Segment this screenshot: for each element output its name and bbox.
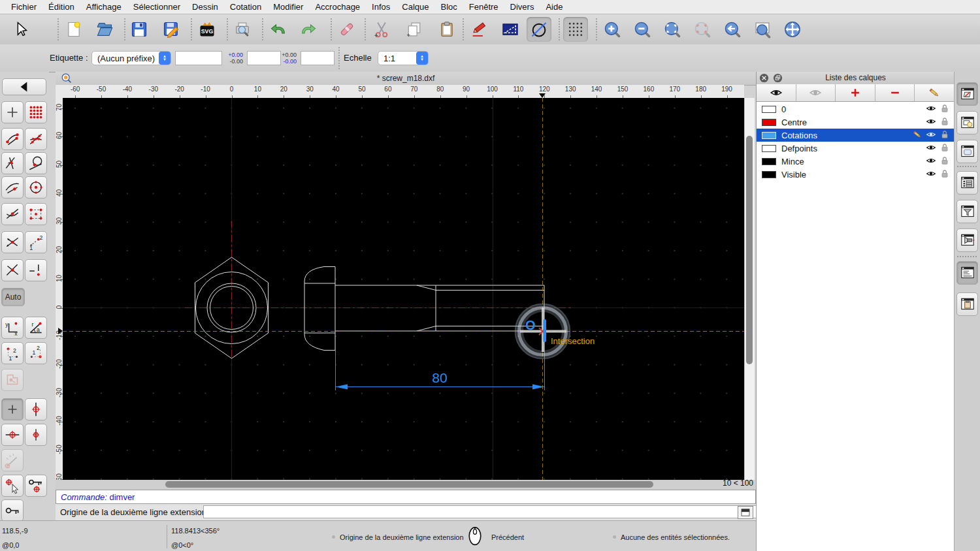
snap-intersection-auto-button[interactable] xyxy=(1,231,24,253)
menu-aide[interactable]: Aide xyxy=(540,0,568,14)
menu-affichage[interactable]: Affichage xyxy=(80,0,127,14)
document-title-bar[interactable]: * screw_m18.dxf xyxy=(56,72,756,86)
snap-on-entity-button[interactable] xyxy=(25,128,47,150)
panel-view-tool-button[interactable] xyxy=(956,228,978,252)
panel-library-button[interactable] xyxy=(956,140,978,163)
echelle-select[interactable]: 1:1 ▲▼ xyxy=(378,51,429,65)
menu-cotation[interactable]: Cotation xyxy=(224,0,267,14)
lock-icon[interactable] xyxy=(939,103,950,116)
delete-button[interactable] xyxy=(335,17,359,42)
layer-row-visible[interactable]: Visible xyxy=(757,168,954,181)
layer-row-cotations[interactable]: Cotations xyxy=(757,129,954,142)
restrict-angle-button[interactable] xyxy=(1,449,24,471)
layer-row-centre[interactable]: Centre xyxy=(757,116,954,129)
zoom-selection-button[interactable] xyxy=(690,17,715,42)
new-file-button[interactable] xyxy=(61,17,86,42)
eye-icon[interactable] xyxy=(926,142,936,155)
back-button[interactable] xyxy=(2,78,46,95)
show-all-layers-button[interactable] xyxy=(757,84,796,101)
eye-icon[interactable] xyxy=(926,129,936,142)
svg-export-button[interactable]: SVG xyxy=(195,17,220,42)
eye-icon[interactable] xyxy=(926,103,936,116)
snap-endpoints-button[interactable] xyxy=(1,128,24,150)
menu-fenetre[interactable]: Fenêtre xyxy=(463,0,504,14)
restrict-nothing-button[interactable] xyxy=(1,398,24,420)
zoom-window-button[interactable] xyxy=(750,17,775,42)
layer-panel-title-bar[interactable]: Liste des calques xyxy=(757,72,955,85)
lock-icon[interactable] xyxy=(939,129,950,142)
eye-icon[interactable] xyxy=(926,168,936,181)
edit-layer-button[interactable] xyxy=(915,84,955,101)
restrict-vertical-button[interactable] xyxy=(25,398,47,420)
snap-auto-button[interactable]: Auto xyxy=(1,288,25,306)
coord-cartesian-button[interactable]: yx xyxy=(1,317,24,339)
pointer-tool[interactable] xyxy=(8,17,33,42)
panel-command-button[interactable] xyxy=(956,261,978,285)
paste-button[interactable] xyxy=(434,17,459,42)
vertical-scrollbar[interactable] xyxy=(744,98,755,480)
menu-bloc[interactable]: Bloc xyxy=(434,0,463,14)
copy-button[interactable] xyxy=(402,17,427,42)
lock-icon[interactable] xyxy=(939,155,950,168)
restrict-horizontal-button[interactable] xyxy=(1,424,24,446)
menu-divers[interactable]: Divers xyxy=(504,0,540,14)
pan-button[interactable] xyxy=(780,17,805,42)
zoom-out-button[interactable] xyxy=(630,17,655,42)
snap-center-button[interactable] xyxy=(25,176,47,198)
grid-toggle-button[interactable] xyxy=(563,17,588,42)
snap-nearest-button[interactable] xyxy=(1,176,24,198)
panel-filter-button[interactable] xyxy=(956,200,978,223)
horizontal-scrollbar-thumb[interactable] xyxy=(165,481,653,488)
select-entity-button[interactable] xyxy=(1,369,24,391)
layer-row-mince[interactable]: Mince xyxy=(757,155,954,168)
command-input[interactable] xyxy=(203,505,788,518)
snap-free-button[interactable] xyxy=(1,101,24,123)
measure-button[interactable] xyxy=(498,17,523,42)
zoom-auto-button[interactable] xyxy=(660,17,685,42)
drawing-canvas[interactable]: 80 O Intersection xyxy=(63,98,744,480)
snap-grid-button[interactable] xyxy=(25,101,47,123)
tolerance2-input[interactable] xyxy=(301,51,335,65)
snap-reference-button[interactable] xyxy=(25,203,47,225)
coord-relative-polar-button[interactable]: 12 xyxy=(25,342,47,364)
save-as-button[interactable] xyxy=(159,17,184,42)
menu-modifier[interactable]: Modifier xyxy=(267,0,309,14)
set-relative-zero-button[interactable] xyxy=(1,475,24,497)
undo-button[interactable] xyxy=(266,17,291,42)
zoom-in-button[interactable] xyxy=(600,17,625,42)
label-input[interactable] xyxy=(175,51,222,65)
redo-button[interactable] xyxy=(296,17,321,42)
menu-edition[interactable]: Édition xyxy=(42,0,80,14)
open-file-button[interactable] xyxy=(92,17,117,42)
save-button[interactable] xyxy=(127,17,152,42)
coord-polar-button[interactable]: ra xyxy=(25,317,47,339)
panel-clipboard-button[interactable] xyxy=(956,292,978,316)
menu-dessin[interactable]: Dessin xyxy=(186,0,224,14)
draft-mode-button[interactable] xyxy=(527,17,551,42)
tolerance1-input[interactable] xyxy=(247,51,281,65)
zoom-previous-button[interactable] xyxy=(720,17,745,42)
layer-row-0[interactable]: 0 xyxy=(757,102,954,116)
cut-button[interactable] xyxy=(369,17,394,42)
lock-relative-zero-button[interactable] xyxy=(25,475,47,497)
menu-selectionner[interactable]: Sélectionner xyxy=(127,0,186,14)
prefix-select[interactable]: (Aucun préfixe) ▲▼ xyxy=(91,51,171,65)
lock-icon[interactable] xyxy=(939,168,950,181)
snap-middle-button[interactable] xyxy=(1,203,24,225)
snap-tangent-button[interactable] xyxy=(25,152,47,174)
restrict-ortho-button[interactable] xyxy=(25,424,47,446)
lock-icon[interactable] xyxy=(939,142,950,155)
lock-icon[interactable] xyxy=(939,116,950,129)
menu-calque[interactable]: Calque xyxy=(396,0,434,14)
panel-blocks-button[interactable] xyxy=(956,111,978,134)
eye-icon[interactable] xyxy=(926,155,936,168)
menu-accrochage[interactable]: Accrochage xyxy=(309,0,366,14)
snap-perpendicular-button[interactable] xyxy=(1,152,24,174)
hide-all-layers-button[interactable] xyxy=(796,84,836,101)
vertical-scrollbar-thumb[interactable] xyxy=(746,136,753,364)
edit-entity-button[interactable] xyxy=(466,17,491,42)
snap-intersection-button[interactable] xyxy=(1,259,24,281)
command-detach-button[interactable] xyxy=(738,506,753,519)
coord-relative-button[interactable]: 12 xyxy=(1,342,24,364)
snap-intersection-forced-button[interactable] xyxy=(25,259,47,281)
